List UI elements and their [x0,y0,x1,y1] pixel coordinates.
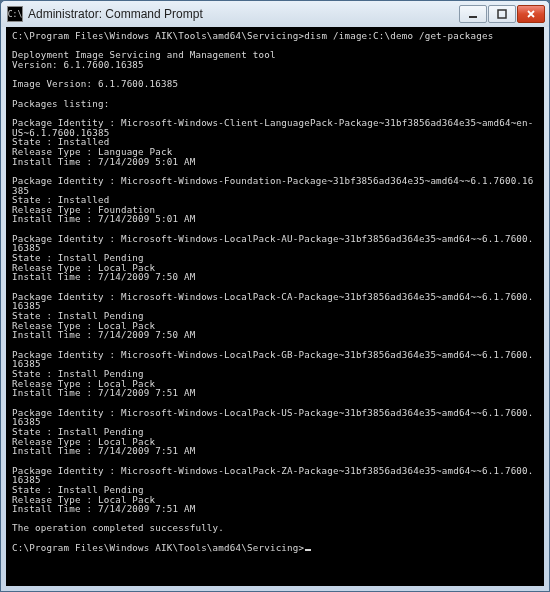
prompt-line[interactable]: C:\Program Files\Windows AIK\Tools\amd64… [12,542,304,553]
maximize-icon [497,9,507,19]
minimize-icon [468,9,478,19]
window-title: Administrator: Command Prompt [28,7,459,21]
command-prompt-window: C:\ Administrator: Command Prompt C:\Pro… [0,0,550,592]
maximize-button[interactable] [488,5,516,23]
titlebar[interactable]: C:\ Administrator: Command Prompt [1,1,549,27]
svg-rect-0 [469,16,477,18]
svg-rect-1 [498,10,506,18]
close-icon [526,9,536,19]
window-controls [459,5,545,23]
cursor [305,549,311,551]
minimize-button[interactable] [459,5,487,23]
cmd-icon: C:\ [7,6,23,22]
terminal-output[interactable]: C:\Program Files\Windows AIK\Tools\amd64… [6,27,544,586]
close-button[interactable] [517,5,545,23]
